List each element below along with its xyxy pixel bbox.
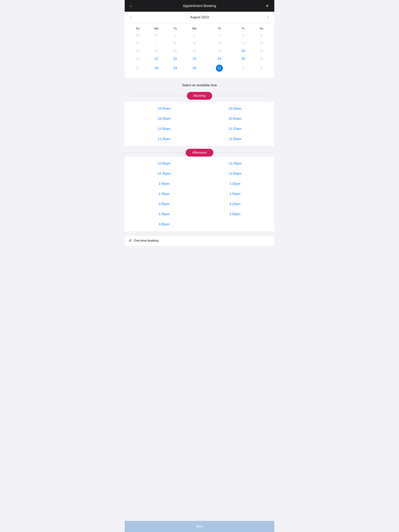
- calendar-day-label: 5: [260, 33, 262, 37]
- calendar-day-label: 1: [242, 66, 244, 70]
- calendar-day[interactable]: 23: [184, 55, 205, 63]
- next-month-button[interactable]: ›: [266, 14, 270, 20]
- calendar-day-label: 29: [174, 66, 177, 70]
- time-slot[interactable]: 11:05am: [129, 124, 200, 134]
- time-slot-row: 2:05pm2:20pm: [129, 199, 270, 209]
- calendar-day: 26: [252, 55, 270, 63]
- time-slot-row: 1:05pm1:20pm: [129, 179, 270, 189]
- time-slot[interactable]: 12:35pm: [129, 169, 200, 179]
- calendar-day[interactable]: 28: [147, 63, 166, 74]
- time-slot[interactable]: 10:05am: [129, 104, 200, 114]
- calendar-day: 8: [166, 39, 184, 47]
- booking-row-label: One-time booking: [134, 239, 158, 242]
- calendar-day-label: 28: [154, 66, 158, 70]
- calendar-day-label: 3: [219, 33, 220, 37]
- bottom-spacer: [125, 246, 274, 258]
- calendar-day-label: 27: [136, 66, 140, 70]
- calendar-day: 15: [166, 47, 184, 55]
- afternoon-pill[interactable]: Afternoon: [186, 149, 213, 157]
- calendar-day: 27: [129, 63, 147, 74]
- calendar-day: 9: [184, 39, 205, 47]
- weekday-header-cell: Th: [205, 25, 234, 32]
- morning-pill[interactable]: Morning: [187, 92, 212, 100]
- calendar-week-row: 272829303112: [129, 63, 270, 74]
- time-slot[interactable]: 11:50am: [200, 134, 270, 144]
- calendar-day-label: 2: [260, 66, 262, 70]
- morning-period-container: Morning: [129, 92, 270, 100]
- calendar-day-label: 30: [193, 66, 196, 70]
- time-slot[interactable]: 2:20pm: [200, 199, 270, 209]
- calendar-day-label: 31: [216, 65, 223, 72]
- time-slot[interactable]: 1:50pm: [200, 189, 270, 199]
- calendar-grid: SuMoTuWeThFrSa 3031123456789101112131415…: [129, 25, 270, 74]
- calendar-week-row: 20212223242526: [129, 55, 270, 63]
- time-slot-row: 12:35pm12:50pm: [129, 169, 270, 179]
- calendar-day-label: 16: [193, 49, 196, 53]
- month-title: August 2023: [190, 15, 209, 19]
- calendar-day-label: 19: [259, 49, 263, 53]
- time-slot[interactable]: 2:50pm: [200, 209, 270, 219]
- calendar-day: 20: [129, 55, 147, 63]
- calendar-day-label: 9: [193, 41, 195, 45]
- calendar-day-label: 14: [154, 49, 158, 53]
- calendar-week-row: 303112345: [129, 32, 270, 39]
- calendar-day-label: 2: [193, 33, 195, 37]
- time-slot[interactable]: 12:05pm: [129, 158, 200, 169]
- calendar-day[interactable]: 22: [166, 55, 184, 63]
- calendar-day: 31: [147, 32, 166, 39]
- prev-month-button[interactable]: ‹: [129, 14, 133, 20]
- calendar-week-row: 6789101112: [129, 39, 270, 47]
- weekday-header-cell: Fr: [234, 25, 252, 32]
- time-slot[interactable]: 10:35am: [129, 114, 200, 124]
- calendar-day[interactable]: 31: [205, 63, 234, 74]
- time-slot[interactable]: 12:50pm: [200, 169, 270, 179]
- app-header: ‹ Appointment Booking ✕: [125, 0, 274, 12]
- time-slot[interactable]: 3:05pm: [129, 219, 200, 229]
- chevron-right-icon: ›: [269, 239, 270, 243]
- one-time-booking-row[interactable]: ↺ One-time booking ›: [125, 235, 274, 246]
- calendar-day-label: 7: [155, 41, 157, 45]
- time-slot[interactable]: 1:20pm: [200, 179, 270, 189]
- calendar-day: 11: [234, 39, 252, 47]
- time-slot[interactable]: 2:05pm: [129, 199, 200, 209]
- time-slot[interactable]: 10:50am: [200, 114, 270, 124]
- calendar-day-label: 25: [241, 57, 245, 61]
- weekday-header-cell: Su: [129, 25, 147, 32]
- time-slot-row: 3:05pm: [129, 219, 270, 229]
- calendar-day-label: 22: [174, 57, 177, 61]
- calendar-day-label: 6: [137, 41, 139, 45]
- time-slot[interactable]: 11:20am: [200, 124, 270, 134]
- time-slot[interactable]: 10:20am: [200, 104, 270, 114]
- calendar-day-label: 30: [136, 33, 140, 37]
- close-button[interactable]: ✕: [264, 3, 270, 9]
- time-slot[interactable]: 11:35am: [129, 134, 200, 144]
- month-navigation: ‹ August 2023 ›: [125, 12, 274, 23]
- calendar-day-label: 20: [136, 57, 140, 61]
- calendar-day[interactable]: 25: [234, 55, 252, 63]
- afternoon-period-container: Afternoon: [129, 149, 270, 157]
- calendar-week-row: 13141516171819: [129, 47, 270, 55]
- recurring-icon: ↺: [129, 239, 131, 243]
- calendar-day[interactable]: 21: [147, 55, 166, 63]
- time-slot[interactable]: 2:35pm: [129, 209, 200, 219]
- time-section-title: Select an available time: [129, 83, 270, 87]
- weekday-header-cell: Mo: [147, 25, 166, 32]
- time-section: Select an available time Morning: [125, 77, 274, 102]
- calendar-day-label: 17: [218, 49, 221, 53]
- time-slot[interactable]: 12:20pm: [200, 158, 270, 169]
- calendar-day[interactable]: 18: [234, 47, 252, 55]
- time-slot[interactable]: 1:35pm: [129, 189, 200, 199]
- calendar-day[interactable]: 29: [166, 63, 184, 74]
- afternoon-period-section: Afternoon: [125, 149, 274, 157]
- calendar-day-label: 12: [259, 41, 263, 45]
- calendar-day: 3: [205, 32, 234, 39]
- calendar-day[interactable]: 30: [184, 63, 205, 74]
- calendar-day-label: 13: [136, 49, 140, 53]
- back-button[interactable]: ‹: [129, 3, 133, 9]
- calendar-day[interactable]: 24: [205, 55, 234, 63]
- calendar-day-label: 4: [242, 33, 244, 37]
- calendar-day: 1: [166, 32, 184, 39]
- time-slot-row: 10:05am10:20am: [129, 104, 270, 114]
- time-slot[interactable]: 1:05pm: [129, 179, 200, 189]
- time-slot-row: 12:05pm12:20pm: [129, 158, 270, 169]
